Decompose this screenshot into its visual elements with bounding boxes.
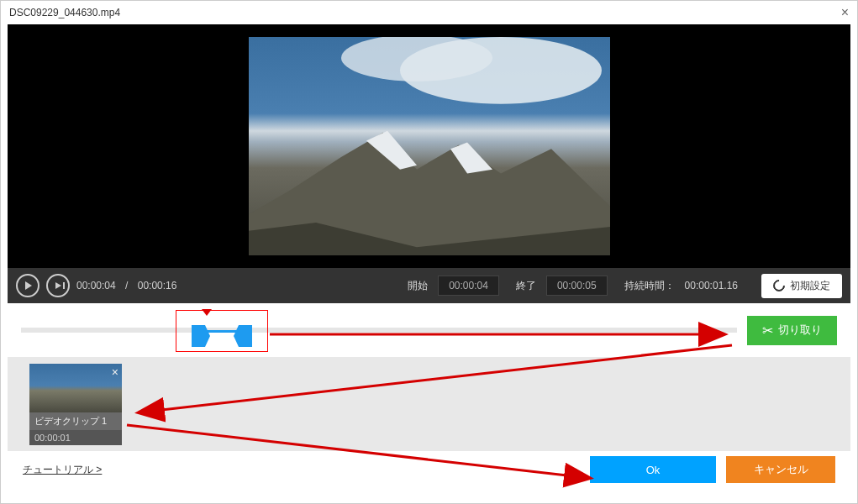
cancel-button[interactable]: キャンセル <box>726 456 835 483</box>
clip-close-icon[interactable]: × <box>112 365 118 379</box>
tutorial-link[interactable]: チュートリアル > <box>23 463 102 477</box>
clips-panel: × ビデオクリップ 1 00:00:01 <box>8 357 850 451</box>
end-time-input[interactable]: 00:00:05 <box>546 276 608 296</box>
cut-button[interactable]: ✂ 切り取り <box>747 316 837 345</box>
trim-slider-row: ✂ 切り取り <box>8 303 850 357</box>
trim-end-handle[interactable] <box>239 325 252 347</box>
playhead-caret[interactable] <box>202 309 212 316</box>
ok-button[interactable]: Ok <box>590 456 716 483</box>
cut-label: 切り取り <box>778 323 822 338</box>
clouds <box>249 37 610 138</box>
clip-duration: 00:00:01 <box>29 430 122 445</box>
duration-label: 持続時間： <box>624 279 675 293</box>
clip-item[interactable]: × ビデオクリップ 1 00:00:01 <box>29 364 122 445</box>
play-icon <box>25 281 32 290</box>
step-icon <box>55 282 61 289</box>
playback-controls: 00:00:04 / 00:00:16 開始 00:00:04 終了 00:00… <box>8 268 850 303</box>
time-separator: / <box>123 280 131 291</box>
video-frame <box>249 37 610 255</box>
total-time: 00:00:16 <box>138 280 177 291</box>
reset-button[interactable]: 初期設定 <box>761 274 842 298</box>
trim-range-highlight <box>176 310 268 352</box>
mountain-illustration <box>249 124 610 255</box>
close-icon[interactable]: × <box>841 5 849 20</box>
end-label: 終了 <box>516 279 536 293</box>
clip-label: ビデオクリップ 1 <box>29 412 122 430</box>
play-button[interactable] <box>16 274 39 297</box>
slider-track[interactable] <box>21 328 737 333</box>
footer: チュートリアル > Ok キャンセル <box>8 451 850 488</box>
titlebar: DSC09229_044630.mp4 × <box>1 1 857 24</box>
reset-icon <box>771 277 787 294</box>
step-button[interactable] <box>46 274 70 297</box>
start-time-input[interactable]: 00:00:04 <box>438 276 499 296</box>
video-preview <box>8 24 850 268</box>
trim-start-handle[interactable] <box>192 325 205 347</box>
window-title: DSC09229_044630.mp4 <box>9 7 120 18</box>
reset-label: 初期設定 <box>790 279 830 293</box>
scissors-icon: ✂ <box>762 323 773 339</box>
duration-value: 00:00:01.16 <box>685 280 738 291</box>
start-label: 開始 <box>408 279 428 293</box>
clip-thumbnail: × <box>29 364 122 412</box>
current-time: 00:00:04 <box>76 280 116 291</box>
